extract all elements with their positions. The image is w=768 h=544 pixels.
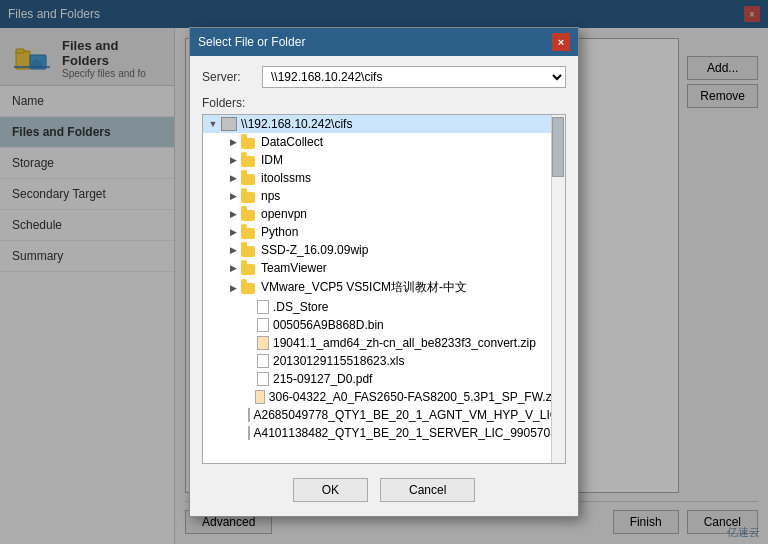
file-icon	[257, 300, 269, 314]
expand-icon	[243, 373, 255, 385]
item-label: A2685049778_QTY1_BE_20_1_AGNT_VM_HYP_V_L…	[254, 408, 566, 422]
tree-item[interactable]: ▶ itoolssms	[203, 169, 565, 187]
expand-icon: ▶	[227, 172, 239, 184]
file-icon	[257, 354, 269, 368]
zip-icon	[257, 336, 269, 350]
file-icon	[257, 318, 269, 332]
server-label: Server:	[202, 70, 262, 84]
item-label: 19041.1_amd64_zh-cn_all_be8233f3_convert…	[273, 336, 536, 350]
modal-bottom-buttons: OK Cancel	[202, 472, 566, 506]
zip-icon	[255, 390, 265, 404]
file-icon	[248, 426, 250, 440]
tree-item[interactable]: 19041.1_amd64_zh-cn_all_be8233f3_convert…	[203, 334, 565, 352]
tree-item[interactable]: ▶ Python	[203, 223, 565, 241]
item-label: A4101138482_QTY1_BE_20_1_SERVER_LIC_9905…	[254, 426, 566, 440]
tree-item[interactable]: ▶ nps	[203, 187, 565, 205]
tree-item[interactable]: .DS_Store	[203, 298, 565, 316]
tree-item[interactable]: ▶ VMware_VCP5 VS5ICM培训教材-中文	[203, 277, 565, 298]
expand-icon: ▶	[227, 190, 239, 202]
item-label: 20130129115518623.xls	[273, 354, 404, 368]
expand-icon	[243, 427, 246, 439]
expand-icon	[243, 391, 253, 403]
expand-icon: ▶	[227, 244, 239, 256]
folder-icon	[241, 156, 255, 167]
modal-overlay: Select File or Folder × Server: \\192.16…	[0, 0, 768, 544]
tree-item[interactable]: 20130129115518623.xls	[203, 352, 565, 370]
expand-icon: ▶	[227, 208, 239, 220]
select-file-folder-dialog: Select File or Folder × Server: \\192.16…	[189, 27, 579, 517]
folder-icon	[241, 264, 255, 275]
tree-item[interactable]: ▶ TeamViewer	[203, 259, 565, 277]
folder-icon	[241, 228, 255, 239]
modal-ok-button[interactable]: OK	[293, 478, 368, 502]
item-label: TeamViewer	[261, 261, 327, 275]
item-label: DataCollect	[261, 135, 323, 149]
tree-item[interactable]: ▶ openvpn	[203, 205, 565, 223]
tree-item[interactable]: ▶ IDM	[203, 151, 565, 169]
tree-item[interactable]: A2685049778_QTY1_BE_20_1_AGNT_VM_HYP_V_L…	[203, 406, 565, 424]
expand-icon: ▶	[227, 262, 239, 274]
expand-icon	[243, 319, 255, 331]
item-label: 005056A9B868D.bin	[273, 318, 384, 332]
root-label: \\192.168.10.242\cifs	[241, 117, 352, 131]
tree-item[interactable]: 215-09127_D0.pdf	[203, 370, 565, 388]
folder-icon	[241, 246, 255, 257]
expand-icon	[243, 337, 255, 349]
modal-body: Server: \\192.168.10.242\cifs Folders: ▼…	[190, 56, 578, 516]
file-icon	[257, 372, 269, 386]
folder-icon	[241, 283, 255, 294]
folders-label: Folders:	[202, 96, 566, 110]
modal-titlebar: Select File or Folder ×	[190, 28, 578, 56]
server-select[interactable]: \\192.168.10.242\cifs	[262, 66, 566, 88]
item-label: SSD-Z_16.09.09wip	[261, 243, 368, 257]
item-label: openvpn	[261, 207, 307, 221]
item-label: .DS_Store	[273, 300, 328, 314]
folder-icon	[241, 210, 255, 221]
item-label: VMware_VCP5 VS5ICM培训教材-中文	[261, 279, 467, 296]
expand-icon	[243, 355, 255, 367]
scrollbar-thumb[interactable]	[552, 117, 564, 177]
tree-item[interactable]: ▶ SSD-Z_16.09.09wip	[203, 241, 565, 259]
tree-item[interactable]: ▶ DataCollect	[203, 133, 565, 151]
expand-icon: ▶	[227, 226, 239, 238]
modal-title: Select File or Folder	[198, 35, 305, 49]
server-icon	[221, 117, 237, 131]
modal-cancel-button[interactable]: Cancel	[380, 478, 475, 502]
expand-icon	[243, 301, 255, 313]
expand-icon: ▶	[227, 282, 239, 294]
expand-icon	[243, 409, 246, 421]
modal-close-button[interactable]: ×	[552, 33, 570, 51]
expand-icon: ▶	[227, 154, 239, 166]
tree-item[interactable]: 306-04322_A0_FAS2650-FAS8200_5.3P1_SP_FW…	[203, 388, 565, 406]
folder-icon	[241, 138, 255, 149]
root-expand-icon: ▼	[207, 118, 219, 130]
item-label: nps	[261, 189, 280, 203]
item-label: 215-09127_D0.pdf	[273, 372, 372, 386]
folder-icon	[241, 192, 255, 203]
expand-icon: ▶	[227, 136, 239, 148]
tree-root-node[interactable]: ▼ \\192.168.10.242\cifs	[203, 115, 565, 133]
file-icon	[248, 408, 250, 422]
folder-icon	[241, 174, 255, 185]
item-label: 306-04322_A0_FAS2650-FAS8200_5.3P1_SP_FW…	[269, 390, 561, 404]
item-label: IDM	[261, 153, 283, 167]
tree-scrollbar[interactable]	[551, 115, 565, 463]
item-label: Python	[261, 225, 298, 239]
server-row: Server: \\192.168.10.242\cifs	[202, 66, 566, 88]
tree-item[interactable]: 005056A9B868D.bin	[203, 316, 565, 334]
folder-tree[interactable]: ▼ \\192.168.10.242\cifs ▶ DataCollect ▶ …	[202, 114, 566, 464]
tree-item[interactable]: A4101138482_QTY1_BE_20_1_SERVER_LIC_9905…	[203, 424, 565, 442]
item-label: itoolssms	[261, 171, 311, 185]
